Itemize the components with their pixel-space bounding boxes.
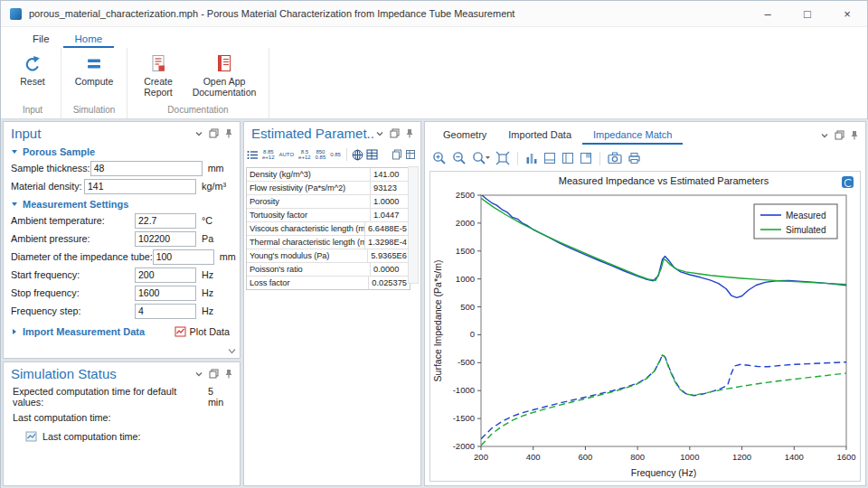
tab-impedance-match[interactable]: Impedance Match [582,126,683,145]
menu-bar: File Home [1,27,867,48]
table-row[interactable]: Young's modulus (Pa)5.9365E6 [247,249,410,263]
tab-imported-data[interactable]: Imported Data [497,126,582,145]
format-exponent-icon[interactable]: 8.85 e+12 [261,149,276,161]
close-button[interactable]: × [827,1,867,26]
table-row[interactable]: Flow resistivity (Pa*s/m^2)93123 [247,182,410,195]
zoom-extents-icon[interactable] [495,151,510,165]
svg-text:1000: 1000 [680,452,699,462]
ambient-pressure-input[interactable] [135,231,196,247]
menu-file[interactable]: File [21,31,61,48]
plot-data-button[interactable]: Plot Data [172,325,232,338]
table-row[interactable]: Porosity1.0000 [247,195,410,209]
open-app-documentation-icon [215,53,233,73]
param-value[interactable]: 141.00 [371,170,410,179]
collapse-chevron-icon[interactable] [194,370,203,379]
param-value[interactable]: 1.0447 [371,211,410,220]
sample-thickness-input[interactable] [90,161,203,176]
pin-icon[interactable] [224,128,233,138]
table-row[interactable]: Density (kg/m^3)141.00 [247,168,410,182]
open-app-documentation-button[interactable]: Open App Documentation [188,53,260,98]
param-value[interactable]: 1.3298E-4 [365,238,410,247]
svg-text:2500: 2500 [456,190,475,200]
tab-geometry[interactable]: Geometry [432,126,497,145]
pin-icon[interactable] [224,369,233,379]
float-window-icon[interactable] [835,130,844,140]
impedance-chart[interactable]: Measured Impedance vs Estimated Paramete… [430,172,859,481]
param-value[interactable]: 0.025375 [369,278,410,287]
scroll-down-icon[interactable] [228,345,236,356]
table-row[interactable]: Loss factor0.025375 [247,277,410,289]
print-icon[interactable] [627,152,641,164]
param-value[interactable]: 6.6488E-5 [365,224,410,233]
param-name: Thermal characteristic length (m) [247,236,365,249]
section-import-measurement-data[interactable]: Import Measurement Data [11,326,172,337]
format-decimal-icon[interactable]: 850 0.85 [315,149,327,161]
axis-scale-icon[interactable] [561,152,574,164]
param-name: Poisson's ratio [247,263,371,276]
plot-bars-icon[interactable] [525,152,538,164]
collapse-chevron-icon[interactable] [820,131,829,140]
svg-text:400: 400 [526,452,541,462]
graphics-tabs: Geometry Imported Data Impedance Match [425,122,865,145]
reset-button[interactable]: Reset [13,53,52,87]
table-scrollbar[interactable] [408,166,419,284]
format-scientific-icon[interactable]: 8.5 e+12 [297,149,312,161]
table-row[interactable]: Poisson's ratio0.0000 [247,263,410,277]
create-report-button[interactable]: Create Report [136,53,181,98]
ambient-temperature-input[interactable] [135,213,196,229]
material-density-label: Material density: [11,181,84,192]
param-name: Porosity [247,195,371,208]
params-panel-title: Estimated Paramet... [251,126,375,141]
param-value[interactable]: 1.0000 [371,197,410,206]
pin-icon[interactable] [850,130,859,140]
section-porous-sample[interactable]: Porous Sample [4,143,240,159]
ribbon-group-simulation: Compute Simulation [61,48,127,118]
plot-settings-icon[interactable] [580,152,592,164]
pin-icon[interactable] [405,128,414,138]
table-row[interactable]: Tortuosity factor1.0447 [247,209,410,222]
param-name: Viscous characteristic length (m) [247,222,365,235]
material-density-unit: kg/m³ [196,181,232,192]
table-row[interactable]: Viscous characteristic length (m)6.6488E… [247,222,410,236]
copy-table-icon[interactable] [392,149,402,160]
chart-area: Measured Impedance vs Estimated Paramete… [429,171,861,482]
zoom-in-icon[interactable] [432,151,447,165]
minimize-button[interactable]: – [748,1,788,26]
param-name: Density (kg/m^3) [247,168,371,181]
form-row: Start frequency: Hz [4,266,240,284]
open-app-documentation-label: Open App Documentation [188,76,260,98]
material-density-input[interactable] [84,179,196,194]
param-value[interactable]: 0.0000 [371,265,410,274]
format-auto-icon[interactable]: AUTO [278,152,296,157]
float-window-icon[interactable] [209,369,219,379]
section-measurement-settings[interactable]: Measurement Settings [4,195,240,211]
param-value[interactable]: 5.9365E6 [368,251,410,260]
zoom-box-dropdown-icon[interactable] [472,151,490,165]
camera-snapshot-icon[interactable] [608,152,622,164]
table-row[interactable]: Thermal characteristic length (m)1.3298E… [247,236,410,249]
menu-home[interactable]: Home [63,31,115,48]
export-table-icon[interactable] [405,149,416,160]
frequency-step-input[interactable] [135,304,196,319]
tube-diameter-input[interactable] [153,249,214,265]
maximize-button[interactable]: □ [788,1,827,26]
stop-frequency-input[interactable] [135,286,196,301]
table-view-icon[interactable] [366,149,378,160]
float-window-icon[interactable] [390,128,400,138]
form-row: Ambient temperature: °C [4,211,240,230]
table-settings-icon[interactable] [247,150,259,160]
float-window-icon[interactable] [209,128,219,138]
collapse-chevron-icon[interactable] [375,129,384,138]
zoom-out-icon[interactable] [452,151,467,165]
comsol-logo-icon[interactable] [842,176,854,188]
full-precision-icon[interactable] [352,149,363,161]
collapse-chevron-icon[interactable] [194,129,203,138]
expected-computation-time-value: 5 min [208,386,231,408]
format-fixed-icon[interactable]: 0.85 [329,152,342,157]
compute-button[interactable]: Compute [70,53,118,87]
ambient-pressure-label: Ambient pressure: [11,233,135,244]
window-title: porous_material_characterization.mph - P… [29,8,514,19]
param-value[interactable]: 93123 [371,183,410,192]
start-frequency-input[interactable] [135,267,196,283]
axis-limits-icon[interactable] [543,152,556,164]
